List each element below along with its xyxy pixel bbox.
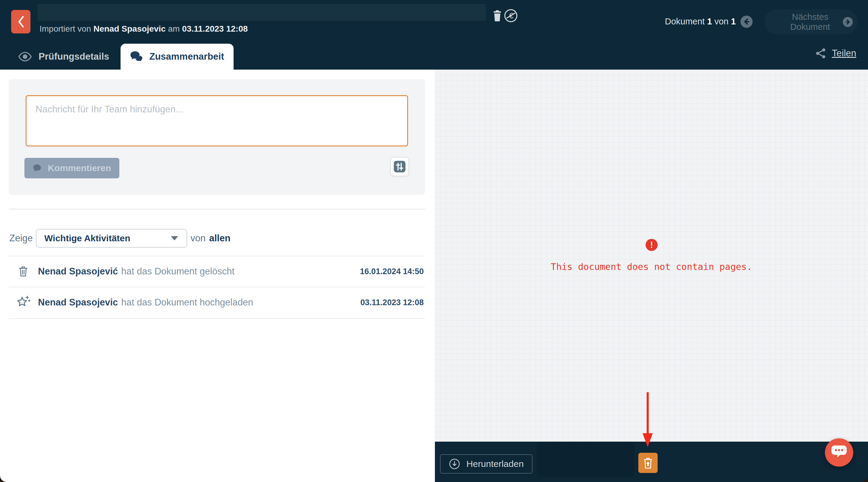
imported-user-name: Nenad Spasojevic — [93, 24, 166, 33]
activity-filter-value: Wichtige Aktivitäten — [44, 233, 130, 244]
back-button[interactable] — [11, 10, 30, 33]
imported-datetime: 03.11.2023 12:08 — [182, 24, 248, 33]
mark-not-invoice-button[interactable]: € — [504, 9, 518, 24]
counter-current: 1 — [707, 17, 712, 26]
imported-info: Importiert von Nenad Spasojevic am 03.11… — [39, 24, 248, 34]
comment-input[interactable] — [26, 95, 408, 147]
viewer-toolbar: Herunterladen — [435, 442, 868, 482]
circle-arrow-left-icon — [740, 15, 753, 28]
eye-icon — [18, 52, 32, 62]
circle-arrow-right-icon — [842, 15, 853, 29]
tab-zusammenarbeit[interactable]: Zusammenarbeit — [121, 44, 234, 70]
filter-show-label: Zeige — [9, 229, 33, 248]
composer-options-button[interactable] — [390, 157, 409, 176]
share-button[interactable]: Teilen — [815, 47, 856, 59]
activity-timestamp: 16.01.2024 14:50 — [360, 256, 424, 287]
counter-label: Dokument — [665, 17, 705, 26]
tab-pruefungsdetails-label: Prüfungsdetails — [38, 51, 109, 62]
window-corner — [0, 475, 7, 482]
next-document-label: Nächstes Dokument — [778, 12, 842, 32]
filter-of-label: von — [190, 229, 206, 248]
download-button[interactable]: Herunterladen — [440, 454, 532, 474]
sliders-icon — [393, 160, 406, 173]
restore-document-button[interactable] — [638, 453, 658, 473]
speech-bubble-icon — [33, 164, 41, 172]
previous-document-button[interactable] — [740, 15, 753, 28]
window-corner — [861, 475, 868, 482]
activity-actor: Nenad Spasojevic — [38, 297, 118, 308]
section-divider — [9, 209, 425, 210]
activity-text: Nenad Spasojevic hat das Dokument hochge… — [38, 287, 253, 318]
counter-of: von — [714, 17, 728, 26]
no-euro-icon: € — [504, 9, 518, 23]
row-divider — [9, 318, 425, 319]
imported-connector: am — [168, 24, 180, 33]
chevron-down-icon — [171, 236, 178, 240]
download-icon — [449, 458, 460, 470]
next-document-button[interactable]: Nächstes Dokument — [765, 9, 858, 34]
sparkle-star-icon — [16, 295, 31, 310]
share-label: Teilen — [832, 48, 856, 59]
activity-row-deleted: Nenad Spasojević hat das Dokument gelösc… — [0, 256, 435, 287]
filter-of-value[interactable]: allen — [209, 229, 230, 248]
trash-icon — [18, 265, 28, 278]
chat-bubble-dots-icon — [830, 444, 848, 461]
delete-document-button[interactable] — [492, 9, 503, 23]
toolbar-popover-shadow — [537, 442, 634, 475]
error-icon: ! — [646, 239, 658, 251]
comment-submit-button[interactable]: Kommentieren — [24, 158, 119, 178]
comment-submit-label: Kommentieren — [48, 163, 111, 173]
trash-icon — [492, 9, 503, 22]
chevron-left-icon — [16, 15, 25, 28]
activity-action: hat das Dokument hochgeladen — [121, 297, 253, 308]
download-label: Herunterladen — [466, 459, 524, 469]
counter-total: 1 — [731, 17, 736, 26]
header-bar: Importiert von Nenad Spasojevic am 03.11… — [0, 0, 868, 70]
activity-filter-select[interactable]: Wichtige Aktivitäten — [36, 229, 187, 248]
activity-action: hat das Dokument gelöscht — [121, 266, 235, 277]
activity-row-uploaded: Nenad Spasojevic hat das Dokument hochge… — [0, 287, 435, 318]
document-title-input[interactable] — [37, 4, 486, 22]
activity-timestamp: 03.11.2023 12:08 — [361, 287, 424, 318]
chat-bubbles-icon — [130, 51, 143, 63]
document-counter: Dokument 1 von 1 — [665, 17, 736, 27]
tab-pruefungsdetails[interactable]: Prüfungsdetails — [18, 44, 109, 70]
imported-prefix: Importiert von — [39, 24, 91, 33]
document-viewer: ! This document does not contain pages. — [435, 70, 868, 442]
activity-actor: Nenad Spasojević — [38, 266, 118, 277]
collaboration-panel: Kommentieren Zeige Wichtige Aktivitäten … — [0, 70, 435, 482]
activity-text: Nenad Spasojević hat das Dokument gelösc… — [38, 256, 235, 287]
viewer-error-message: This document does not contain pages. — [435, 261, 868, 272]
share-icon — [815, 47, 827, 59]
tab-zusammenarbeit-label: Zusammenarbeit — [149, 51, 224, 62]
support-chat-button[interactable] — [825, 438, 853, 467]
restore-trash-icon — [642, 457, 654, 469]
